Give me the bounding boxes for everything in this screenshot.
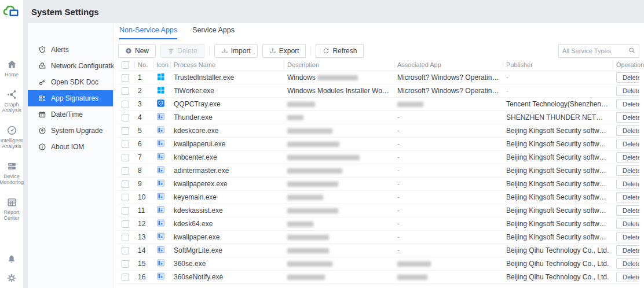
publisher-text: Beijing Qihu Technology Co., Ltd. <box>506 260 609 268</box>
row-delete-button[interactable]: Delete <box>616 112 639 123</box>
associated-app-text: - <box>397 180 400 188</box>
sidebar-item-label: System Upgrade <box>51 127 103 135</box>
gear-icon[interactable] <box>7 274 16 285</box>
redacted-text <box>287 275 325 280</box>
table-header-row: No. Icon Process Name Description Associ… <box>118 59 639 71</box>
row-delete-button[interactable]: Delete <box>616 205 639 216</box>
new-button[interactable]: New <box>118 44 156 58</box>
row-checkbox[interactable] <box>122 207 129 215</box>
publisher-text: - <box>506 87 508 95</box>
search-input[interactable] <box>562 47 626 54</box>
rail-item-device-monitoring[interactable]: Device Monitoring <box>0 161 23 185</box>
row-process-name: kdesk64.exe <box>170 217 284 230</box>
rail-item-home[interactable]: Home <box>0 59 23 77</box>
row-delete-button[interactable]: Delete <box>616 165 639 176</box>
row-checkbox[interactable] <box>122 154 129 161</box>
toolbar-button-label: Refresh <box>332 47 357 55</box>
row-delete-button[interactable]: Delete <box>616 152 639 163</box>
sidebar-item-date-time[interactable]: Date/Time <box>28 106 113 123</box>
col-description: Description <box>284 59 394 71</box>
row-publisher: Beijing Kingsoft Security software Co.,L… <box>503 164 613 177</box>
rail-item-intelligent-analysis[interactable]: Intelligent Analysis <box>0 125 23 149</box>
row-checkbox[interactable] <box>122 101 129 108</box>
refresh-button[interactable]: Refresh <box>316 44 364 58</box>
sidebar-item-open-sdk-doc[interactable]: Open SDK Doc <box>28 74 113 90</box>
sidebar-item-about-iom[interactable]: About IOM <box>28 139 113 155</box>
row-checkbox[interactable] <box>122 234 129 241</box>
row-checkbox[interactable] <box>122 87 129 95</box>
publisher-text: Beijing Kingsoft Security software Co.,L… <box>506 206 613 215</box>
table-row: 15 360se.exe Beijing Qihu Technology Co.… <box>118 257 639 270</box>
row-checkbox[interactable] <box>122 114 129 121</box>
row-delete-button[interactable]: Delete <box>616 192 639 202</box>
row-no: 15 <box>134 257 153 270</box>
row-app-icon <box>153 243 170 257</box>
col-publisher: Publisher <box>503 59 613 71</box>
import-button[interactable]: Import <box>214 44 258 58</box>
row-process-name: TrustedInstaller.exe <box>170 71 284 84</box>
row-delete-button[interactable]: Delete <box>616 232 639 242</box>
row-delete-button[interactable]: Delete <box>616 272 639 282</box>
redacted-text <box>317 75 358 80</box>
row-app-icon <box>153 137 170 150</box>
row-no: 13 <box>134 230 153 243</box>
row-checkbox[interactable] <box>122 260 129 268</box>
row-no: 9 <box>134 177 153 190</box>
row-delete-button[interactable]: Delete <box>616 139 639 149</box>
row-checkbox[interactable] <box>122 194 129 201</box>
generic-app-icon <box>156 232 165 241</box>
row-delete-button[interactable]: Delete <box>616 259 639 269</box>
rail-item-report-center[interactable]: Report Center <box>0 197 23 221</box>
sidebar-item-system-upgrade[interactable]: System Upgrade <box>28 123 113 139</box>
toolbar-button-label: New <box>135 47 149 55</box>
windows-icon <box>156 72 165 81</box>
row-checkbox[interactable] <box>122 167 129 175</box>
col-icon: Icon <box>153 59 170 71</box>
row-associated-app: - <box>394 124 503 137</box>
row-no: 1 <box>134 71 153 84</box>
row-publisher: Beijing Kingsoft Security software Co.,L… <box>503 190 613 204</box>
row-delete-button[interactable]: Delete <box>616 125 639 136</box>
rail-item-graph-analysis[interactable]: Graph Analysis <box>0 89 23 113</box>
row-checkbox[interactable] <box>122 141 129 148</box>
table-row: 12 kdesk64.exe - Beijing Kingsoft Securi… <box>118 217 639 230</box>
row-process-name: kwallpaperui.exe <box>170 137 284 150</box>
toolbar-button-label: Delete <box>177 47 197 55</box>
row-checkbox[interactable] <box>122 127 129 135</box>
toolbar: NewDeleteImportExportRefresh <box>118 44 639 58</box>
row-checkbox[interactable] <box>122 180 129 188</box>
row-description <box>284 270 394 283</box>
sidebar-item-app-signatures[interactable]: App Signatures <box>28 90 113 106</box>
publisher-text: Tencent Technology(Shenzhen) Company Lim… <box>506 100 613 108</box>
sidebar-item-network-configuration[interactable]: Network Configuration <box>28 58 113 74</box>
row-checkbox[interactable] <box>122 274 129 281</box>
row-delete-button[interactable]: Delete <box>616 86 639 96</box>
row-delete-button[interactable]: Delete <box>616 219 639 229</box>
row-description: Windows Modules Installer Worker <box>284 84 394 97</box>
select-all-checkbox[interactable] <box>122 61 129 69</box>
table-row: 13 kwallpaper.exe - Beijing Kingsoft Sec… <box>118 230 639 243</box>
tab-service-apps[interactable]: Service Apps <box>192 26 235 39</box>
row-associated-app: - <box>394 204 503 217</box>
row-checkbox[interactable] <box>122 247 129 254</box>
row-delete-button[interactable]: Delete <box>616 99 639 109</box>
row-checkbox[interactable] <box>122 220 129 228</box>
tab-non-service-apps[interactable]: Non-Service Apps <box>119 26 177 39</box>
row-app-icon <box>153 217 170 230</box>
search-icon[interactable] <box>628 47 635 56</box>
row-delete-button[interactable]: Delete <box>616 245 639 256</box>
redacted-text <box>287 168 342 173</box>
redacted-text <box>287 115 303 120</box>
publisher-text: SHENZHEN THUNDER NETWORKING TECHNOLO... <box>506 113 613 121</box>
generic-app-icon <box>156 152 165 161</box>
row-delete-button[interactable]: Delete <box>616 179 639 189</box>
row-app-icon <box>153 164 170 177</box>
row-delete-button[interactable]: Delete <box>616 72 639 83</box>
row-checkbox[interactable] <box>122 74 129 82</box>
bell-icon[interactable] <box>7 254 16 265</box>
export-button[interactable]: Export <box>262 44 306 58</box>
redacted-text <box>287 235 329 240</box>
sidebar-item-alerts[interactable]: Alerts <box>28 42 113 58</box>
publisher-text: Beijing Kingsoft Security software Co.,L… <box>506 140 613 148</box>
table-row: 4 Thunder.exe - SHENZHEN THUNDER NETWORK… <box>118 110 639 124</box>
